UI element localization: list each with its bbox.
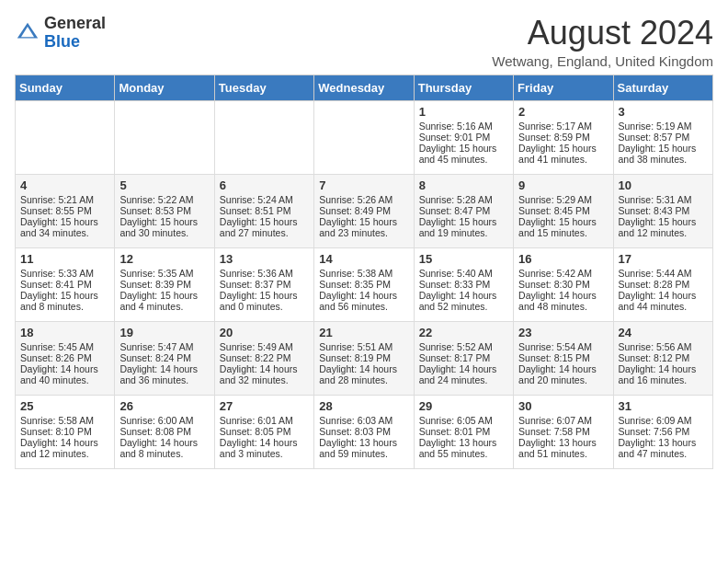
day-number: 20 <box>220 326 309 339</box>
calendar-cell: 11Sunrise: 5:33 AMSunset: 8:41 PMDayligh… <box>16 247 115 321</box>
daylight-text: Daylight: 15 hours and 4 minutes. <box>119 290 209 312</box>
daylight-text: Daylight: 15 hours and 27 minutes. <box>220 216 309 238</box>
sunset-text: Sunset: 8:45 PM <box>518 205 608 216</box>
daylight-text: Daylight: 14 hours and 24 minutes. <box>419 363 508 385</box>
day-number: 19 <box>119 326 209 339</box>
daylight-text: Daylight: 14 hours and 8 minutes. <box>119 437 209 459</box>
sunrise-text: Sunrise: 5:44 AM <box>619 268 708 279</box>
calendar-cell: 13Sunrise: 5:36 AMSunset: 8:37 PMDayligh… <box>214 247 313 321</box>
sunrise-text: Sunrise: 5:28 AM <box>419 194 508 205</box>
daylight-text: Daylight: 15 hours and 15 minutes. <box>518 216 608 238</box>
sunset-text: Sunset: 8:30 PM <box>518 279 608 290</box>
day-number: 31 <box>619 399 708 413</box>
calendar-cell: 20Sunrise: 5:49 AMSunset: 8:22 PMDayligh… <box>214 321 313 395</box>
day-number: 23 <box>518 326 608 339</box>
calendar-cell: 17Sunrise: 5:44 AMSunset: 8:28 PMDayligh… <box>613 247 712 321</box>
daylight-text: Daylight: 14 hours and 56 minutes. <box>319 290 408 312</box>
daylight-text: Daylight: 14 hours and 48 minutes. <box>518 290 608 312</box>
col-tuesday: Tuesday <box>214 75 313 100</box>
title-area: August 2024 Wetwang, England, United Kin… <box>492 15 713 69</box>
sunset-text: Sunset: 8:33 PM <box>419 279 508 290</box>
sunset-text: Sunset: 8:24 PM <box>119 352 209 363</box>
logo: General Blue <box>15 15 106 52</box>
day-number: 13 <box>220 252 309 266</box>
day-number: 18 <box>20 326 109 339</box>
daylight-text: Daylight: 13 hours and 55 minutes. <box>419 437 508 459</box>
sunset-text: Sunset: 8:47 PM <box>419 205 508 216</box>
daylight-text: Daylight: 15 hours and 34 minutes. <box>20 216 109 238</box>
sunrise-text: Sunrise: 6:07 AM <box>518 415 608 426</box>
sunrise-text: Sunrise: 5:45 AM <box>20 341 109 352</box>
calendar-cell: 28Sunrise: 6:03 AMSunset: 8:03 PMDayligh… <box>314 395 414 468</box>
calendar-week-3: 11Sunrise: 5:33 AMSunset: 8:41 PMDayligh… <box>16 247 713 321</box>
logo-blue: Blue <box>44 33 106 52</box>
sunset-text: Sunset: 8:35 PM <box>319 279 408 290</box>
calendar-cell: 21Sunrise: 5:51 AMSunset: 8:19 PMDayligh… <box>314 321 414 395</box>
day-number: 17 <box>619 252 708 266</box>
sunset-text: Sunset: 8:05 PM <box>220 426 309 437</box>
sunrise-text: Sunrise: 6:05 AM <box>419 415 508 426</box>
day-number: 12 <box>119 252 209 266</box>
day-number: 26 <box>119 399 209 413</box>
sunrise-text: Sunrise: 5:36 AM <box>220 268 309 279</box>
daylight-text: Daylight: 15 hours and 12 minutes. <box>619 216 708 238</box>
calendar-cell <box>214 100 313 174</box>
sunrise-text: Sunrise: 5:21 AM <box>20 194 109 205</box>
daylight-text: Daylight: 15 hours and 30 minutes. <box>119 216 209 238</box>
day-number: 5 <box>119 178 209 192</box>
sunset-text: Sunset: 8:28 PM <box>619 279 708 290</box>
sunset-text: Sunset: 8:17 PM <box>419 352 508 363</box>
day-number: 22 <box>419 326 508 339</box>
day-number: 4 <box>20 178 109 192</box>
calendar-cell <box>115 100 214 174</box>
daylight-text: Daylight: 15 hours and 41 minutes. <box>518 143 608 165</box>
sunset-text: Sunset: 8:26 PM <box>20 352 109 363</box>
calendar-cell: 14Sunrise: 5:38 AMSunset: 8:35 PMDayligh… <box>314 247 414 321</box>
calendar-header-row: Sunday Monday Tuesday Wednesday Thursday… <box>16 75 713 100</box>
month-year-title: August 2024 <box>492 15 713 52</box>
day-number: 11 <box>20 252 109 266</box>
day-number: 15 <box>419 252 508 266</box>
sunset-text: Sunset: 8:39 PM <box>119 279 209 290</box>
sunrise-text: Sunrise: 5:17 AM <box>518 121 608 132</box>
sunset-text: Sunset: 9:01 PM <box>419 132 508 143</box>
sunrise-text: Sunrise: 5:29 AM <box>518 194 608 205</box>
sunrise-text: Sunrise: 6:03 AM <box>319 415 408 426</box>
logo-text: General Blue <box>44 15 106 52</box>
sunrise-text: Sunrise: 5:19 AM <box>619 121 708 132</box>
day-number: 16 <box>518 252 608 266</box>
daylight-text: Daylight: 14 hours and 20 minutes. <box>518 363 608 385</box>
daylight-text: Daylight: 14 hours and 32 minutes. <box>220 363 309 385</box>
calendar-cell: 1Sunrise: 5:16 AMSunset: 9:01 PMDaylight… <box>414 100 513 174</box>
calendar-cell: 9Sunrise: 5:29 AMSunset: 8:45 PMDaylight… <box>514 174 613 247</box>
day-number: 28 <box>319 399 408 413</box>
sunset-text: Sunset: 8:49 PM <box>319 205 408 216</box>
day-number: 1 <box>419 105 508 119</box>
logo-icon <box>15 20 40 46</box>
sunrise-text: Sunrise: 5:47 AM <box>119 341 209 352</box>
daylight-text: Daylight: 13 hours and 51 minutes. <box>518 437 608 459</box>
sunset-text: Sunset: 7:56 PM <box>619 426 708 437</box>
calendar-cell: 18Sunrise: 5:45 AMSunset: 8:26 PMDayligh… <box>16 321 115 395</box>
daylight-text: Daylight: 14 hours and 12 minutes. <box>20 437 109 459</box>
calendar-cell: 10Sunrise: 5:31 AMSunset: 8:43 PMDayligh… <box>613 174 712 247</box>
sunset-text: Sunset: 8:19 PM <box>319 352 408 363</box>
day-number: 27 <box>220 399 309 413</box>
sunset-text: Sunset: 8:08 PM <box>119 426 209 437</box>
calendar-cell: 25Sunrise: 5:58 AMSunset: 8:10 PMDayligh… <box>16 395 115 468</box>
sunset-text: Sunset: 8:12 PM <box>619 352 708 363</box>
logo-general: General <box>44 15 106 33</box>
daylight-text: Daylight: 14 hours and 16 minutes. <box>619 363 708 385</box>
daylight-text: Daylight: 15 hours and 23 minutes. <box>319 216 408 238</box>
calendar-cell: 22Sunrise: 5:52 AMSunset: 8:17 PMDayligh… <box>414 321 513 395</box>
col-saturday: Saturday <box>613 75 712 100</box>
sunrise-text: Sunrise: 5:33 AM <box>20 268 109 279</box>
daylight-text: Daylight: 14 hours and 28 minutes. <box>319 363 408 385</box>
sunset-text: Sunset: 8:55 PM <box>20 205 109 216</box>
sunrise-text: Sunrise: 5:40 AM <box>419 268 508 279</box>
col-thursday: Thursday <box>414 75 513 100</box>
daylight-text: Daylight: 13 hours and 47 minutes. <box>619 437 708 459</box>
daylight-text: Daylight: 15 hours and 38 minutes. <box>619 143 708 165</box>
day-number: 9 <box>518 178 608 192</box>
sunset-text: Sunset: 8:41 PM <box>20 279 109 290</box>
